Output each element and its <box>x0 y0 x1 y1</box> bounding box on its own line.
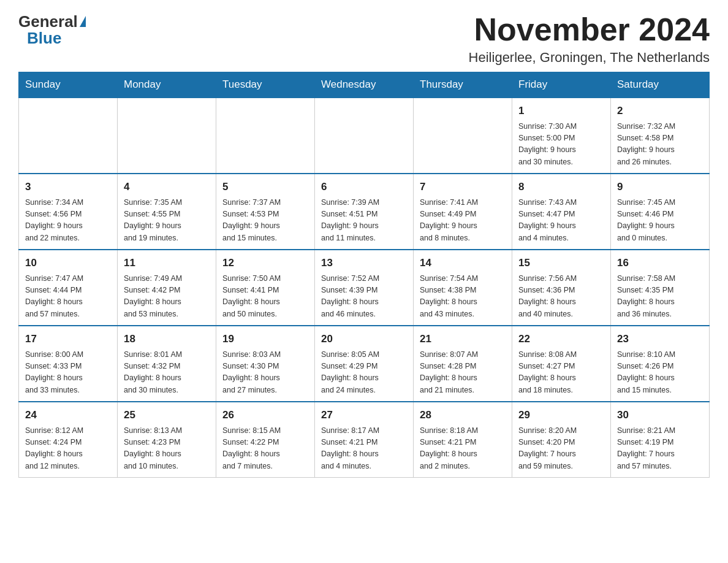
day-info: Sunrise: 7:37 AM Sunset: 4:53 PM Dayligh… <box>222 197 308 245</box>
calendar-cell: 20Sunrise: 8:05 AM Sunset: 4:29 PM Dayli… <box>315 326 414 402</box>
day-number: 11 <box>124 255 210 271</box>
calendar-cell: 25Sunrise: 8:13 AM Sunset: 4:23 PM Dayli… <box>118 402 216 478</box>
calendar-cell: 30Sunrise: 8:21 AM Sunset: 4:19 PM Dayli… <box>611 402 710 478</box>
calendar-cell: 14Sunrise: 7:54 AM Sunset: 4:38 PM Dayli… <box>414 250 512 326</box>
day-number: 25 <box>124 407 210 423</box>
calendar-cell: 6Sunrise: 7:39 AM Sunset: 4:51 PM Daylig… <box>315 174 414 250</box>
calendar-cell: 3Sunrise: 7:34 AM Sunset: 4:56 PM Daylig… <box>19 174 118 250</box>
calendar-cell: 7Sunrise: 7:41 AM Sunset: 4:49 PM Daylig… <box>414 174 512 250</box>
calendar-cell: 28Sunrise: 8:18 AM Sunset: 4:21 PM Dayli… <box>414 402 512 478</box>
weekday-header-wednesday: Wednesday <box>315 72 414 98</box>
day-number: 21 <box>420 331 506 347</box>
day-number: 16 <box>617 255 703 271</box>
day-info: Sunrise: 7:32 AM Sunset: 4:58 PM Dayligh… <box>617 121 703 169</box>
day-number: 12 <box>222 255 308 271</box>
logo-area: General Blue <box>18 12 86 48</box>
day-number: 8 <box>518 179 604 195</box>
week-row-2: 10Sunrise: 7:47 AM Sunset: 4:44 PM Dayli… <box>19 250 710 326</box>
day-info: Sunrise: 7:54 AM Sunset: 4:38 PM Dayligh… <box>420 273 506 321</box>
day-info: Sunrise: 8:03 AM Sunset: 4:30 PM Dayligh… <box>222 349 308 397</box>
day-number: 15 <box>518 255 604 271</box>
weekday-header-sunday: Sunday <box>19 72 118 98</box>
day-info: Sunrise: 8:01 AM Sunset: 4:32 PM Dayligh… <box>124 349 210 397</box>
calendar-cell: 23Sunrise: 8:10 AM Sunset: 4:26 PM Dayli… <box>611 326 710 402</box>
day-number: 2 <box>617 103 703 119</box>
weekday-header-thursday: Thursday <box>414 72 512 98</box>
calendar-cell: 13Sunrise: 7:52 AM Sunset: 4:39 PM Dayli… <box>315 250 414 326</box>
calendar-cell: 19Sunrise: 8:03 AM Sunset: 4:30 PM Dayli… <box>216 326 315 402</box>
calendar-cell <box>414 98 512 174</box>
day-info: Sunrise: 7:43 AM Sunset: 4:47 PM Dayligh… <box>518 197 604 245</box>
day-number: 19 <box>222 331 308 347</box>
weekday-header-row: SundayMondayTuesdayWednesdayThursdayFrid… <box>19 72 710 98</box>
day-number: 18 <box>124 331 210 347</box>
day-number: 6 <box>321 179 407 195</box>
day-info: Sunrise: 7:30 AM Sunset: 5:00 PM Dayligh… <box>518 121 604 169</box>
day-number: 14 <box>420 255 506 271</box>
day-number: 7 <box>420 179 506 195</box>
day-info: Sunrise: 8:18 AM Sunset: 4:21 PM Dayligh… <box>420 425 506 473</box>
week-row-1: 3Sunrise: 7:34 AM Sunset: 4:56 PM Daylig… <box>19 174 710 250</box>
day-info: Sunrise: 7:56 AM Sunset: 4:36 PM Dayligh… <box>518 273 604 321</box>
day-info: Sunrise: 7:47 AM Sunset: 4:44 PM Dayligh… <box>25 273 111 321</box>
day-info: Sunrise: 8:21 AM Sunset: 4:19 PM Dayligh… <box>617 425 703 473</box>
day-number: 30 <box>617 407 703 423</box>
day-info: Sunrise: 8:00 AM Sunset: 4:33 PM Dayligh… <box>25 349 111 397</box>
calendar-cell: 17Sunrise: 8:00 AM Sunset: 4:33 PM Dayli… <box>19 326 118 402</box>
day-info: Sunrise: 8:08 AM Sunset: 4:27 PM Dayligh… <box>518 349 604 397</box>
day-number: 27 <box>321 407 407 423</box>
calendar-cell: 21Sunrise: 8:07 AM Sunset: 4:28 PM Dayli… <box>414 326 512 402</box>
day-info: Sunrise: 8:20 AM Sunset: 4:20 PM Dayligh… <box>518 425 604 473</box>
calendar-cell: 2Sunrise: 7:32 AM Sunset: 4:58 PM Daylig… <box>611 98 710 174</box>
logo-blue-part <box>78 16 86 28</box>
calendar-cell: 12Sunrise: 7:50 AM Sunset: 4:41 PM Dayli… <box>216 250 315 326</box>
day-number: 10 <box>25 255 111 271</box>
day-number: 17 <box>25 331 111 347</box>
calendar-cell: 10Sunrise: 7:47 AM Sunset: 4:44 PM Dayli… <box>19 250 118 326</box>
header: General Blue November 2024 Heiligerlee, … <box>18 12 710 66</box>
weekday-header-saturday: Saturday <box>611 72 710 98</box>
day-number: 23 <box>617 331 703 347</box>
day-info: Sunrise: 8:07 AM Sunset: 4:28 PM Dayligh… <box>420 349 506 397</box>
day-number: 24 <box>25 407 111 423</box>
calendar-cell: 22Sunrise: 8:08 AM Sunset: 4:27 PM Dayli… <box>512 326 611 402</box>
day-info: Sunrise: 7:50 AM Sunset: 4:41 PM Dayligh… <box>222 273 308 321</box>
calendar-cell: 15Sunrise: 7:56 AM Sunset: 4:36 PM Dayli… <box>512 250 611 326</box>
weekday-header-monday: Monday <box>118 72 216 98</box>
day-number: 13 <box>321 255 407 271</box>
calendar-table: SundayMondayTuesdayWednesdayThursdayFrid… <box>18 72 710 478</box>
week-row-4: 24Sunrise: 8:12 AM Sunset: 4:24 PM Dayli… <box>19 402 710 478</box>
logo-triangle-icon <box>80 16 86 27</box>
calendar-cell: 4Sunrise: 7:35 AM Sunset: 4:55 PM Daylig… <box>118 174 216 250</box>
day-number: 29 <box>518 407 604 423</box>
day-number: 4 <box>124 179 210 195</box>
day-info: Sunrise: 7:39 AM Sunset: 4:51 PM Dayligh… <box>321 197 407 245</box>
calendar-cell <box>19 98 118 174</box>
calendar-cell: 8Sunrise: 7:43 AM Sunset: 4:47 PM Daylig… <box>512 174 611 250</box>
day-number: 1 <box>518 103 604 119</box>
weekday-header-friday: Friday <box>512 72 611 98</box>
month-title: November 2024 <box>469 12 710 47</box>
calendar-cell <box>118 98 216 174</box>
calendar-cell: 11Sunrise: 7:49 AM Sunset: 4:42 PM Dayli… <box>118 250 216 326</box>
calendar-cell: 1Sunrise: 7:30 AM Sunset: 5:00 PM Daylig… <box>512 98 611 174</box>
day-info: Sunrise: 8:17 AM Sunset: 4:21 PM Dayligh… <box>321 425 407 473</box>
calendar-cell: 26Sunrise: 8:15 AM Sunset: 4:22 PM Dayli… <box>216 402 315 478</box>
day-info: Sunrise: 8:12 AM Sunset: 4:24 PM Dayligh… <box>25 425 111 473</box>
day-info: Sunrise: 7:49 AM Sunset: 4:42 PM Dayligh… <box>124 273 210 321</box>
day-info: Sunrise: 7:45 AM Sunset: 4:46 PM Dayligh… <box>617 197 703 245</box>
calendar-cell <box>216 98 315 174</box>
weekday-header-tuesday: Tuesday <box>216 72 315 98</box>
day-number: 26 <box>222 407 308 423</box>
day-info: Sunrise: 7:52 AM Sunset: 4:39 PM Dayligh… <box>321 273 407 321</box>
day-info: Sunrise: 8:15 AM Sunset: 4:22 PM Dayligh… <box>222 425 308 473</box>
day-info: Sunrise: 7:58 AM Sunset: 4:35 PM Dayligh… <box>617 273 703 321</box>
calendar-cell: 5Sunrise: 7:37 AM Sunset: 4:53 PM Daylig… <box>216 174 315 250</box>
week-row-0: 1Sunrise: 7:30 AM Sunset: 5:00 PM Daylig… <box>19 98 710 174</box>
day-number: 3 <box>25 179 111 195</box>
calendar-cell: 29Sunrise: 8:20 AM Sunset: 4:20 PM Dayli… <box>512 402 611 478</box>
day-info: Sunrise: 7:41 AM Sunset: 4:49 PM Dayligh… <box>420 197 506 245</box>
calendar-cell: 16Sunrise: 7:58 AM Sunset: 4:35 PM Dayli… <box>611 250 710 326</box>
calendar-cell <box>315 98 414 174</box>
day-number: 22 <box>518 331 604 347</box>
